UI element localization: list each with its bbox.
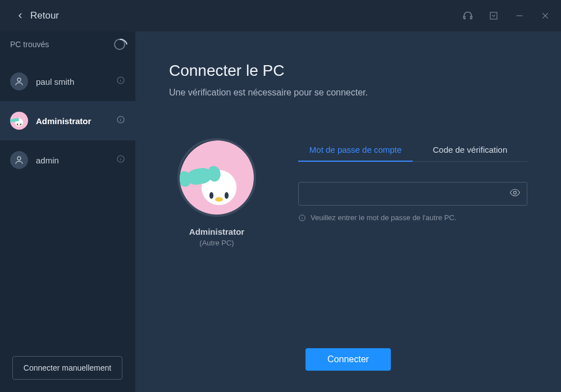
pc-item-paul-smith[interactable]: paul smith (0, 62, 135, 101)
arrow-left-icon (16, 11, 25, 20)
connect-button[interactable]: Connecter (305, 348, 391, 371)
pc-list: paul smith Administrator (0, 62, 135, 180)
refresh-icon[interactable] (114, 39, 125, 50)
close-button[interactable] (540, 10, 551, 21)
page-subtitle: Une vérification est nécessaire pour se … (169, 88, 527, 98)
minimize-button[interactable] (514, 10, 525, 21)
svg-point-15 (514, 192, 517, 194)
password-input[interactable] (298, 182, 527, 206)
info-icon (298, 214, 306, 222)
pc-name: Administrator (36, 116, 91, 126)
window-controls (462, 10, 551, 21)
auth-panel: Mot de passe de compte Code de vérificat… (298, 138, 527, 222)
selected-user: Administrator (Autre PC) (169, 138, 264, 247)
svg-rect-0 (490, 12, 497, 19)
pc-item-administrator[interactable]: Administrator (0, 101, 135, 140)
main-panel: Connecter le PC Une vérification est néc… (135, 31, 561, 392)
headset-icon[interactable] (462, 10, 473, 21)
info-icon[interactable] (116, 76, 125, 87)
user-icon (10, 151, 28, 169)
auth-tabs: Mot de passe de compte Code de vérificat… (298, 138, 527, 162)
eye-icon[interactable] (509, 187, 521, 200)
user-name: Administrator (189, 227, 244, 236)
avatar-melody-icon (180, 140, 256, 217)
tab-password[interactable]: Mot de passe de compte (298, 138, 413, 161)
svg-point-11 (17, 157, 21, 160)
info-icon[interactable] (116, 115, 125, 126)
manual-connect-button[interactable]: Connecter manuellement (12, 356, 122, 380)
password-hint: Veuillez entrer le mot de passe de l'aut… (298, 213, 527, 222)
titlebar: Retour (0, 0, 561, 31)
dropdown-icon[interactable] (488, 10, 499, 21)
avatar (177, 138, 256, 217)
back-button[interactable]: Retour (16, 10, 59, 21)
user-sub: (Autre PC) (199, 239, 234, 247)
sidebar-title: PC trouvés (10, 40, 49, 49)
user-icon (10, 72, 28, 90)
pc-name: admin (36, 156, 59, 165)
avatar-melody-icon (10, 112, 28, 130)
page-title: Connecter le PC (169, 62, 527, 80)
sidebar: PC trouvés paul smith Ad (0, 31, 135, 392)
sidebar-header: PC trouvés (0, 31, 135, 57)
pc-name: paul smith (36, 77, 74, 86)
pc-item-admin[interactable]: admin (0, 140, 135, 180)
svg-point-4 (17, 78, 21, 81)
hint-text: Veuillez entrer le mot de passe de l'aut… (311, 213, 457, 222)
info-icon[interactable] (116, 154, 125, 166)
tab-verification-code[interactable]: Code de vérification (413, 138, 527, 161)
back-label: Retour (30, 10, 59, 21)
